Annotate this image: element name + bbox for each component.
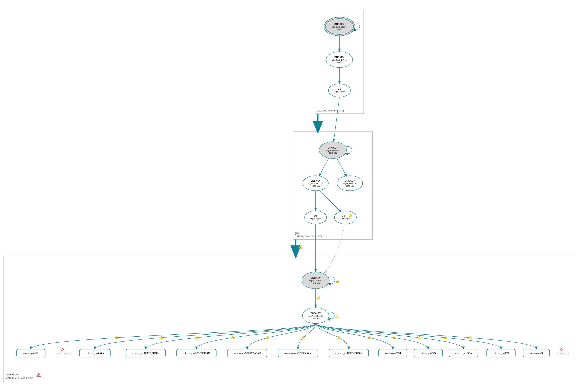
rrset-label: ustreas.gov/NS [23, 352, 39, 355]
rrset-label: ustreas.gov/SOA [455, 352, 472, 355]
svg-text:DS: DS [314, 214, 317, 217]
warning-icon [302, 336, 305, 339]
rrset-box[interactable]: ustreas.gov/SOA [379, 349, 407, 357]
svg-text:DNSKEY: DNSKEY [334, 56, 345, 58]
warning-icon [444, 336, 447, 339]
rrset-label: ustreas.gov/A [529, 352, 543, 355]
node-root-ksk[interactable]: DNSKEY alg=8, id=20326 2048 bits [324, 17, 355, 36]
node-ustreas-ksk[interactable]: DNSKEY alg=7, id=3843 1024 bits [302, 272, 329, 289]
node-root-zsk[interactable]: DNSKEY alg=8, id=14748 2048 bits [326, 52, 353, 68]
zone-ustreas: ustreas.gov (2021-10-14 04:22:52 UTC) DN… [3, 224, 577, 382]
svg-text:alg=8, id=7698: alg=8, id=7698 [326, 149, 339, 152]
warning-icon [335, 315, 339, 318]
node-gov-ksk[interactable]: DNSKEY alg=8, id=7698 2048 bits [319, 142, 346, 158]
svg-text:DNSKEY: DNSKEY [345, 179, 355, 182]
svg-text:DNSKEY: DNSKEY [310, 312, 321, 315]
zone-root-label: . [317, 106, 317, 109]
error-icon [61, 348, 64, 351]
node-gov-zsk2[interactable]: DNSKEY alg=8, id=6229 1280 bits [337, 176, 363, 191]
svg-text:alg=7, id=3843: alg=7, id=3843 [309, 280, 322, 282]
rrset-label: ustreas.gov/NSEC3PARAM [285, 352, 312, 355]
warning-icon [336, 280, 339, 283]
svg-text:DNSKEY: DNSKEY [310, 276, 321, 279]
rrset-box[interactable]: ustreas.gov/NSEC3PARAM [176, 349, 216, 357]
warning-icon [299, 246, 302, 249]
edge-zsk-rrset [316, 324, 428, 349]
svg-text:DNSKEY: DNSKEY [310, 179, 321, 182]
rrset-row: ustreas.gov/NSustreas.gov/AAAAustreas.go… [16, 324, 550, 357]
rrset-label: ustreas.gov/NSEC3PARAM [335, 352, 362, 355]
zone-gov-ts: (2021-10-14 04:22:45 UTC) [295, 235, 322, 238]
rrset-box[interactable]: ustreas.gov/TXT [487, 349, 515, 357]
node-gov-ds2[interactable]: DS digest alg=1 [334, 211, 356, 224]
warning-icon [317, 296, 320, 299]
rrset-box[interactable]: ustreas.gov/SOA [414, 349, 442, 357]
zone-gov-label: gov [295, 232, 299, 235]
zone-ustreas-ts: (2021-10-14 04:22:52 UTC) [5, 377, 33, 379]
edge-zsk-rrset [316, 324, 393, 349]
warning-icon [115, 336, 118, 339]
error-icon [37, 373, 40, 376]
svg-text:DS: DS [338, 87, 341, 90]
rrset-box[interactable]: ustreas.gov/NS [16, 349, 45, 357]
rrset-label: ustreas.gov/TXT [493, 352, 509, 355]
rrset-box[interactable]: ustreas.gov/A [523, 349, 550, 357]
svg-rect-34 [3, 256, 577, 382]
svg-text:1024 bits: 1024 bits [312, 317, 320, 320]
svg-text:ustreas.gov/A: ustreas.gov/A [556, 352, 570, 355]
zone-root-ts: (2021-10-14 00:23:56 UTC) [317, 110, 344, 112]
svg-text:2048 bits: 2048 bits [335, 28, 344, 30]
edge-govksk-zsk2 [337, 158, 346, 176]
rrset-box[interactable]: ustreas.gov/NSEC3PARAM [278, 349, 318, 357]
svg-text:DS: DS [342, 214, 345, 217]
svg-text:alg=8, id=6229: alg=8, id=6229 [343, 183, 356, 185]
rrset-box[interactable]: ustreas.gov/NSEC3PARAM [227, 349, 267, 357]
svg-text:digest alg=2: digest alg=2 [334, 91, 345, 93]
svg-text:digest alg=2: digest alg=2 [310, 217, 321, 220]
svg-text:alg=8, id=14748: alg=8, id=14748 [332, 59, 347, 61]
rrset-label: ustreas.gov/NSEC3PARAM [183, 352, 210, 355]
rrset-label: ustreas.gov/NSEC3PARAM [234, 352, 261, 355]
warning-icon [468, 336, 472, 339]
edge-govksk-zsk1 [319, 158, 329, 176]
rrset-label: ustreas.gov/AAAA [86, 352, 104, 355]
rrset-dim-ns[interactable]: ustreas.gov/NS [56, 348, 72, 355]
node-gov-zsk1[interactable]: DNSKEY alg=8, id=57735 1280 bits [303, 176, 328, 191]
zone-ustreas-label: ustreas.gov [5, 373, 19, 376]
edge-rootds-govksk [334, 97, 339, 141]
edge-zsk-rrset [95, 324, 316, 349]
node-root-ds[interactable]: DS digest alg=2 [328, 84, 350, 97]
rrset-label: ustreas.gov/NSEC3PARAM [132, 352, 159, 355]
svg-text:alg=8, id=20326: alg=8, id=20326 [332, 26, 347, 28]
svg-text:alg=8, id=57735: alg=8, id=57735 [308, 183, 323, 185]
rrset-box[interactable]: ustreas.gov/SOA [449, 349, 478, 357]
rrset-box[interactable]: ustreas.gov/AAAA [79, 349, 110, 357]
warning-icon [159, 336, 163, 339]
edge-zsk-rrset [247, 324, 316, 349]
rrset-box[interactable]: ustreas.gov/NSEC3PARAM [329, 349, 369, 357]
svg-text:ustreas.gov/NS: ustreas.gov/NS [56, 352, 72, 355]
svg-text:DNSKEY: DNSKEY [328, 146, 338, 149]
edge-govzsk1-ds2 [319, 190, 341, 212]
zone-gov: gov (2021-10-14 04:22:45 UTC) DNSKEY alg… [293, 97, 373, 240]
svg-text:2048 bits: 2048 bits [335, 61, 344, 64]
svg-text:2048 bits: 2048 bits [329, 152, 337, 154]
svg-text:digest alg=1: digest alg=1 [340, 217, 351, 220]
edge-govds2-uksk [324, 224, 344, 273]
edge-zsk-rrset [316, 324, 536, 349]
edge-zsk-rrset [146, 324, 316, 349]
error-icon [560, 348, 563, 351]
svg-text:1024 bits: 1024 bits [312, 282, 320, 284]
warning-icon [337, 336, 340, 339]
svg-text:DNSKEY: DNSKEY [334, 23, 345, 25]
node-ustreas-zsk[interactable]: DNSKEY alg=7, id=34052 1024 bits [302, 308, 329, 324]
rrset-label: ustreas.gov/SOA [420, 352, 436, 355]
rrset-label: ustreas.gov/SOA [384, 352, 401, 355]
rrset-dim-a[interactable]: ustreas.gov/A [556, 348, 570, 355]
node-gov-ds1[interactable]: DS digest alg=2 [304, 211, 327, 224]
svg-text:1280 bits: 1280 bits [346, 185, 354, 187]
edge-zsk-rrset [316, 324, 463, 349]
svg-text:1280 bits: 1280 bits [312, 185, 320, 187]
rrset-box[interactable]: ustreas.gov/NSEC3PARAM [126, 349, 165, 357]
svg-text:alg=7, id=34052: alg=7, id=34052 [308, 315, 323, 317]
